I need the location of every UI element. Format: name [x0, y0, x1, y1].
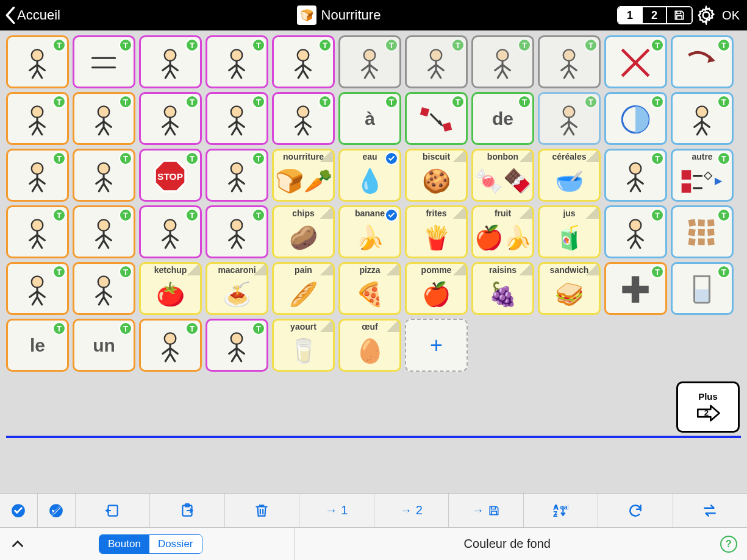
cell-pain[interactable]: pain🥖 — [272, 262, 335, 315]
add-cell-button[interactable]: + — [405, 319, 468, 372]
cell-avoir-besoin[interactable]: avoir besoinT — [272, 92, 335, 145]
edit-toolbar: →1 →2 → A calibrationAZ — [0, 493, 747, 527]
cell-eau[interactable]: eau💧 — [338, 149, 401, 202]
cell-o-[interactable]: oùT — [471, 35, 534, 88]
back-button[interactable]: Accueil — [5, 7, 60, 24]
cell-maintenant[interactable]: maintenantT — [538, 92, 601, 145]
cell-quelque[interactable]: quelqueT — [671, 262, 734, 315]
cell-elles[interactable]: ellesT — [73, 262, 135, 315]
cell-pourquoi[interactable]: pourquoiT — [338, 35, 401, 88]
cell-vous[interactable]: vousT — [139, 319, 202, 372]
t-badge-icon: T — [584, 38, 598, 52]
goto-save-button[interactable]: → — [449, 494, 524, 527]
chevron-up-icon[interactable] — [10, 536, 26, 552]
cell-aider[interactable]: aiderT — [206, 205, 268, 258]
cell-bonbon[interactable]: bonbon🍬🍫 — [471, 149, 534, 202]
background-color-label[interactable]: Couleur de fond — [295, 537, 720, 551]
cell-banane[interactable]: banane🍌 — [338, 205, 401, 258]
cell-elle[interactable]: elleT — [73, 149, 135, 202]
cell--tre[interactable]: êtreT — [73, 35, 135, 88]
symbol-icon: 🍟 — [407, 218, 466, 257]
svg-point-4 — [231, 49, 243, 61]
cell-je[interactable]: jeT — [6, 35, 69, 88]
page-seg-1[interactable]: 1 — [618, 7, 643, 23]
gear-icon[interactable] — [696, 5, 716, 25]
t-badge-icon: T — [185, 208, 199, 222]
cell-arr-ter[interactable]: arrêterSTOPT — [139, 149, 202, 202]
symbol-icon: 🍞🥕 — [274, 161, 333, 200]
cell-boire[interactable]: boireT — [139, 205, 202, 258]
select-all-button[interactable] — [0, 494, 38, 527]
cell-un[interactable]: unT — [73, 319, 135, 372]
more-page-button[interactable]: Plus 2 — [676, 381, 740, 433]
seg-button[interactable]: Bouton — [99, 535, 149, 553]
cell-c-est-fini[interactable]: c'est finiT — [671, 92, 734, 145]
cell-biscuit[interactable]: biscuit🍪 — [405, 149, 468, 202]
page-seg-save[interactable] — [667, 7, 692, 23]
cell-go-ter[interactable]: goûterT — [206, 149, 268, 202]
swap-button[interactable] — [673, 494, 748, 527]
refresh-button[interactable] — [598, 494, 673, 527]
ok-button[interactable]: OK — [722, 9, 740, 23]
cell-manger[interactable]: mangerT — [206, 319, 268, 372]
goto-page-2-button[interactable]: →2 — [374, 494, 449, 527]
cell-ketchup[interactable]: ketchup🍅 — [139, 262, 202, 315]
cell--[interactable]: àT — [338, 92, 401, 145]
cell-de[interactable]: deT — [471, 92, 534, 145]
cell-label: fruit — [495, 208, 511, 218]
cell-encore[interactable]: encoreT — [671, 35, 734, 88]
cell-yaourt[interactable]: yaourt🥛 — [272, 319, 335, 372]
paste-button[interactable] — [150, 494, 225, 527]
cell-aimer[interactable]: aimerT — [206, 92, 268, 145]
cell-nous[interactable]: nousT — [73, 92, 135, 145]
copy-button[interactable] — [76, 494, 151, 527]
svg-rect-38 — [707, 219, 715, 227]
cell-pas[interactable]: pasT — [604, 35, 667, 88]
cell-vouloir[interactable]: vouloirT — [139, 35, 202, 88]
cell-sandwich[interactable]: sandwich🥪 — [538, 262, 601, 315]
svg-point-16 — [298, 106, 309, 118]
svg-point-26 — [231, 163, 243, 174]
help-button[interactable]: ? — [720, 536, 737, 553]
cell-pomme[interactable]: pomme🍎 — [405, 262, 468, 315]
cell-ils[interactable]: ilsT — [6, 262, 69, 315]
cell-macaroni[interactable]: macaroni🍝 — [206, 262, 268, 315]
cell-mal[interactable]: malT — [604, 205, 667, 258]
cell-et[interactable]: etT — [604, 262, 667, 315]
svg-rect-28 — [681, 170, 691, 180]
cell-tu[interactable]: tuT — [6, 92, 69, 145]
cell-faire[interactable]: faireT — [206, 35, 268, 88]
cell-raisins[interactable]: raisins🍇 — [471, 262, 534, 315]
cell-frites[interactable]: frites🍟 — [405, 205, 468, 258]
cell-nourriture[interactable]: nourriture🍞🥕 — [272, 149, 335, 202]
symbol-icon: 🥛 — [274, 331, 333, 370]
cell-chips[interactable]: chips🥔 — [272, 205, 335, 258]
seg-folder[interactable]: Dossier — [149, 535, 202, 553]
deselect-all-button[interactable] — [38, 494, 76, 527]
cell-jus[interactable]: jus🧃 — [538, 205, 601, 258]
cell-ce[interactable]: ceT — [73, 205, 135, 258]
sort-button[interactable]: A calibrationAZ — [524, 494, 599, 527]
cell--a[interactable]: çaT — [6, 205, 69, 258]
cell-apr-s[interactable]: aprèsT — [604, 92, 667, 145]
cell-bien[interactable]: bienT — [604, 149, 667, 202]
symbol-icon: 🥚 — [340, 331, 399, 370]
cell-le[interactable]: leT — [6, 319, 69, 372]
svg-marker-30 — [715, 178, 722, 185]
cell-tout[interactable]: toutT — [671, 205, 734, 258]
cell-c-r-ales[interactable]: céréales🥣 — [538, 149, 601, 202]
cell-pouvoir[interactable]: pouvoirT — [139, 92, 202, 145]
cell-avoir[interactable]: avoirT — [272, 35, 335, 88]
cell--uf[interactable]: œuf🥚 — [338, 319, 401, 372]
t-badge-icon: T — [119, 208, 132, 222]
cell-il[interactable]: ilT — [6, 149, 69, 202]
goto-page-1-button[interactable]: →1 — [299, 494, 374, 527]
cell-avec[interactable]: avecT — [405, 92, 468, 145]
cell-quoi[interactable]: quoiT — [405, 35, 468, 88]
delete-button[interactable] — [225, 494, 300, 527]
cell-autre[interactable]: autreT — [671, 149, 734, 202]
cell-fruit[interactable]: fruit🍎🍌 — [471, 205, 534, 258]
cell-qui[interactable]: quiT — [538, 35, 601, 88]
page-seg-2[interactable]: 2 — [643, 7, 667, 23]
cell-pizza[interactable]: pizza🍕 — [338, 262, 401, 315]
